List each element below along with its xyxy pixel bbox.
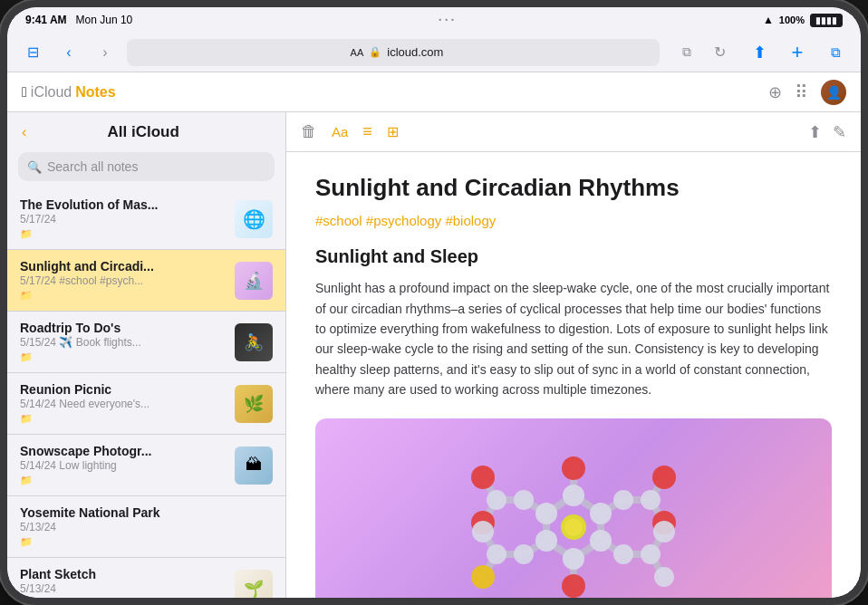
sidebar-header: ‹ All iCloud bbox=[7, 112, 285, 152]
svg-point-29 bbox=[590, 530, 612, 552]
add-circle-button[interactable]: ⊕ bbox=[768, 82, 782, 102]
share-button[interactable]: ⬆ bbox=[745, 38, 774, 67]
note-thumbnail: 🌐 bbox=[235, 200, 273, 238]
app-logo:  iCloud Notes bbox=[22, 84, 116, 101]
note-info: Plant Sketch 5/13/24 📁 bbox=[20, 567, 226, 598]
note-title: Yosemite National Park bbox=[20, 505, 273, 520]
notes-text: Notes bbox=[75, 84, 115, 101]
icloud-text: iCloud bbox=[31, 84, 72, 101]
search-placeholder: Search all notes bbox=[47, 159, 138, 174]
font-button[interactable]: Aa bbox=[332, 124, 348, 139]
trash-button[interactable]: 🗑 bbox=[301, 122, 317, 141]
list-format-button[interactable]: ≡ bbox=[362, 122, 372, 141]
note-title: Reunion Picnic bbox=[20, 382, 226, 397]
list-item[interactable]: Plant Sketch 5/13/24 📁 🌱 bbox=[7, 558, 285, 598]
svg-point-40 bbox=[487, 544, 506, 564]
add-tab-button[interactable]: + bbox=[783, 38, 812, 67]
table-button[interactable]: ⊞ bbox=[387, 123, 399, 140]
note-title: Snowscape Photogr... bbox=[20, 444, 226, 458]
address-aa: AA bbox=[351, 47, 364, 58]
search-bar[interactable]: 🔍 Search all notes bbox=[18, 152, 275, 181]
list-item[interactable]: Reunion Picnic 5/14/24 Need everyone's..… bbox=[7, 373, 285, 435]
browser-bar: ⊟ ‹ › AA 🔒 icloud.com ⧉ ↻ ⬆ + ⧉ bbox=[7, 33, 861, 72]
sidebar-title: All iCloud bbox=[34, 123, 253, 141]
note-info: Reunion Picnic 5/14/24 Need everyone's..… bbox=[20, 382, 226, 425]
screen: 9:41 AM Mon Jun 10 ··· ▲ 100% ▮▮▮▮ ⊟ ‹ ›… bbox=[7, 7, 861, 598]
svg-point-37 bbox=[471, 466, 495, 489]
note-title: Sunlight and Circadi... bbox=[20, 259, 226, 274]
folder-icon: 📁 bbox=[20, 475, 226, 486]
note-info: The Evolution of Mas... 5/17/24 📁 bbox=[20, 197, 226, 240]
note-thumbnail: 🌿 bbox=[235, 385, 273, 423]
lock-icon: 🔒 bbox=[369, 46, 381, 58]
battery-text: 100% bbox=[779, 14, 805, 25]
sidebar-back-button[interactable]: ‹ bbox=[22, 124, 26, 140]
note-meta: 5/15/24 ✈️ Book flights... bbox=[20, 336, 226, 349]
list-item[interactable]: Roadtrip To Do's 5/15/24 ✈️ Book flights… bbox=[7, 312, 285, 373]
status-time: 9:41 AM bbox=[25, 14, 67, 26]
edit-note-button[interactable]: ✎ bbox=[833, 122, 846, 142]
svg-point-31 bbox=[562, 456, 585, 480]
note-info: Yosemite National Park 5/13/24 📁 bbox=[20, 505, 273, 548]
molecule-svg bbox=[347, 423, 800, 598]
svg-point-41 bbox=[472, 521, 494, 543]
molecule-visualization bbox=[315, 418, 832, 598]
note-main-title: Sunlight and Circadian Rhythms bbox=[315, 174, 832, 202]
grid-button[interactable]: ⠿ bbox=[795, 82, 808, 103]
svg-point-42 bbox=[471, 565, 495, 589]
wifi-icon: ▲ bbox=[763, 14, 774, 26]
note-info: Roadtrip To Do's 5/15/24 ✈️ Book flights… bbox=[20, 321, 226, 363]
avatar[interactable]: 👤 bbox=[821, 80, 846, 105]
note-meta: 5/17/24 bbox=[20, 213, 226, 226]
folder-icon: 📁 bbox=[20, 351, 226, 363]
note-meta: 5/14/24 Low lighting bbox=[20, 459, 226, 472]
forward-button[interactable]: › bbox=[91, 38, 120, 67]
tabs-button[interactable]: ⧉ bbox=[821, 38, 850, 67]
note-detail: 🗑 Aa ≡ ⊞ ⬆ ✎ Sunlight and Circadian Rhyt… bbox=[286, 112, 861, 598]
svg-point-46 bbox=[641, 544, 661, 564]
detail-toolbar: 🗑 Aa ≡ ⊞ ⬆ ✎ bbox=[286, 112, 861, 152]
note-image bbox=[315, 418, 832, 598]
back-button[interactable]: ‹ bbox=[54, 38, 83, 67]
note-thumbnail: 🔬 bbox=[235, 262, 273, 300]
svg-point-25 bbox=[563, 485, 584, 506]
status-left: 9:41 AM Mon Jun 10 bbox=[25, 14, 132, 26]
svg-point-35 bbox=[613, 490, 633, 510]
apple-icon:  bbox=[22, 84, 27, 101]
sidebar: ‹ All iCloud 🔍 Search all notes The Evol… bbox=[7, 112, 286, 598]
svg-point-36 bbox=[613, 544, 633, 564]
folder-icon: 📁 bbox=[20, 536, 273, 548]
browser-extra-actions: ⧉ ↻ bbox=[672, 38, 734, 67]
address-bar[interactable]: AA 🔒 icloud.com bbox=[127, 39, 660, 66]
list-item[interactable]: The Evolution of Mas... 5/17/24 📁 🌐 bbox=[7, 188, 285, 250]
svg-point-44 bbox=[641, 490, 661, 510]
folder-icon: 📁 bbox=[20, 413, 226, 425]
app-header:  iCloud Notes ⊕ ⠿ 👤 bbox=[7, 72, 861, 112]
svg-point-33 bbox=[514, 544, 534, 564]
note-info: Sunlight and Circadi... 5/17/24 #school … bbox=[20, 259, 226, 302]
note-meta: 5/13/24 bbox=[20, 521, 273, 533]
svg-point-48 bbox=[654, 567, 674, 587]
svg-point-49 bbox=[564, 518, 583, 536]
note-meta: 5/17/24 #school #psych... bbox=[20, 274, 226, 287]
cast-button[interactable]: ⧉ bbox=[672, 38, 701, 67]
header-actions: ⊕ ⠿ 👤 bbox=[768, 80, 846, 105]
share-note-button[interactable]: ⬆ bbox=[808, 122, 822, 142]
note-meta: 5/13/24 bbox=[20, 582, 226, 595]
list-item[interactable]: Snowscape Photogr... 5/14/24 Low lightin… bbox=[7, 435, 285, 496]
note-body-text: Sunlight has a profound impact on the sl… bbox=[315, 278, 832, 399]
device-frame: 9:41 AM Mon Jun 10 ··· ▲ 100% ▮▮▮▮ ⊟ ‹ ›… bbox=[0, 0, 868, 605]
svg-point-28 bbox=[563, 548, 584, 570]
list-item[interactable]: Sunlight and Circadi... 5/17/24 #school … bbox=[7, 250, 285, 312]
status-bar: 9:41 AM Mon Jun 10 ··· ▲ 100% ▮▮▮▮ bbox=[7, 7, 861, 33]
list-item[interactable]: Yosemite National Park 5/13/24 📁 bbox=[7, 496, 285, 558]
note-section-title: Sunlight and Sleep bbox=[315, 246, 832, 267]
notes-list: The Evolution of Mas... 5/17/24 📁 🌐 Sunl… bbox=[7, 188, 285, 598]
search-icon: 🔍 bbox=[27, 160, 42, 174]
browser-right-actions: ⬆ + ⧉ bbox=[745, 38, 850, 67]
toolbar-left: 🗑 bbox=[301, 122, 317, 141]
reload-button[interactable]: ↻ bbox=[705, 38, 734, 67]
status-date: Mon Jun 10 bbox=[76, 14, 133, 26]
sidebar-toggle-button[interactable]: ⊟ bbox=[18, 38, 47, 67]
note-meta: 5/14/24 Need everyone's... bbox=[20, 398, 226, 410]
